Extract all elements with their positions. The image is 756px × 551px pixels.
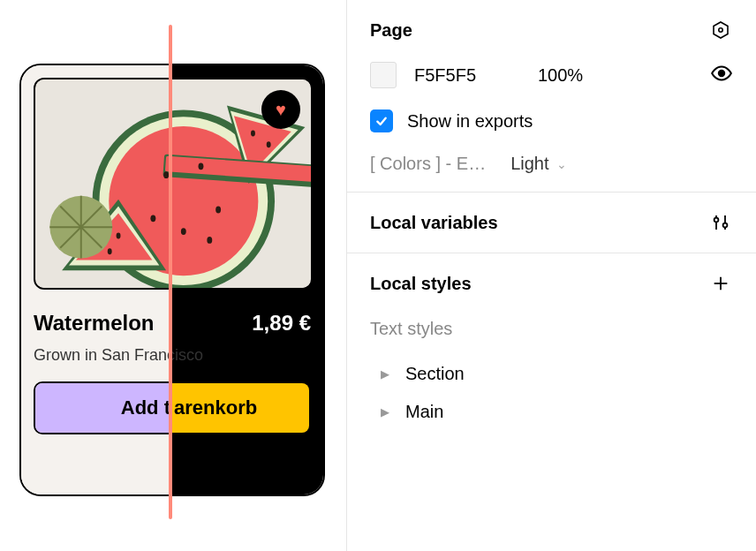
chevron-down-icon: ⌄ <box>556 157 567 171</box>
check-icon <box>374 114 389 128</box>
product-price: 1,89 € <box>252 311 311 336</box>
caret-right-icon: ▶ <box>381 367 389 381</box>
plus-icon <box>711 274 730 293</box>
svg-point-18 <box>267 141 271 147</box>
local-styles-section: Local styles Text styles ▶ Section ▶ Mai… <box>347 253 756 449</box>
page-section: Page F5F5F5 100% <box>347 0 756 192</box>
button-half-left: Add t <box>35 383 172 433</box>
product-card[interactable]: ♥ Watermelon 1,89 € Grown in San Francis… <box>19 64 325 496</box>
fill-swatch[interactable] <box>370 62 397 88</box>
caret-right-icon: ▶ <box>381 405 389 419</box>
product-title: Watermelon <box>34 311 154 336</box>
text-styles-heading: Text styles <box>370 319 733 339</box>
svg-point-17 <box>251 131 255 137</box>
show-in-exports-checkbox[interactable] <box>370 109 393 132</box>
svg-point-13 <box>215 207 221 214</box>
product-subtitle: Grown in San Francisco <box>34 346 203 365</box>
add-to-cart-button[interactable]: Add t arenkorb <box>34 381 311 434</box>
exports-row: Show in exports <box>370 109 733 132</box>
properties-panel: Page F5F5F5 100% <box>346 0 756 551</box>
style-name: Main <box>405 402 443 422</box>
mode-value: Light <box>510 154 548 174</box>
variables-settings-button[interactable] <box>708 210 733 235</box>
design-canvas[interactable]: ♥ Watermelon 1,89 € Grown in San Francis… <box>0 0 346 551</box>
heart-icon: ♥ <box>276 100 286 120</box>
svg-point-19 <box>117 233 121 239</box>
mode-select[interactable]: Light ⌄ <box>510 154 566 174</box>
button-half-right: arenkorb <box>172 383 309 433</box>
svg-point-14 <box>181 228 186 235</box>
page-title: Page <box>370 20 412 41</box>
fill-row: F5F5F5 100% <box>370 62 733 88</box>
svg-point-27 <box>723 223 728 228</box>
favorite-button[interactable]: ♥ <box>261 90 300 129</box>
title-row: Watermelon 1,89 € <box>34 311 311 336</box>
svg-point-25 <box>714 218 719 223</box>
add-style-button[interactable] <box>708 271 733 296</box>
show-in-exports-label: Show in exports <box>407 111 533 132</box>
mode-collection-name[interactable]: [ Colors ] - E… <box>370 154 486 174</box>
product-image: ♥ <box>34 78 313 290</box>
svg-point-22 <box>719 28 722 32</box>
variable-mode-row: [ Colors ] - E… Light ⌄ <box>370 154 733 174</box>
fill-opacity[interactable]: 100% <box>538 65 609 86</box>
local-styles-title: Local styles <box>370 274 472 294</box>
svg-point-15 <box>150 215 155 222</box>
local-variables-section: Local variables <box>347 192 756 253</box>
eye-icon <box>710 62 733 85</box>
svg-point-12 <box>199 162 204 170</box>
split-guideline[interactable] <box>169 25 172 519</box>
text-style-main[interactable]: ▶ Main <box>370 393 733 431</box>
sliders-icon <box>710 212 731 233</box>
svg-marker-21 <box>714 22 728 38</box>
fill-hex[interactable]: F5F5F5 <box>414 65 520 86</box>
style-name: Section <box>405 364 465 384</box>
local-variables-title: Local variables <box>370 213 498 233</box>
svg-point-20 <box>108 248 112 254</box>
component-settings-icon[interactable] <box>708 18 733 42</box>
text-style-section[interactable]: ▶ Section <box>370 355 733 393</box>
visibility-toggle[interactable] <box>710 62 733 88</box>
svg-point-23 <box>719 71 725 77</box>
svg-point-16 <box>207 237 212 244</box>
